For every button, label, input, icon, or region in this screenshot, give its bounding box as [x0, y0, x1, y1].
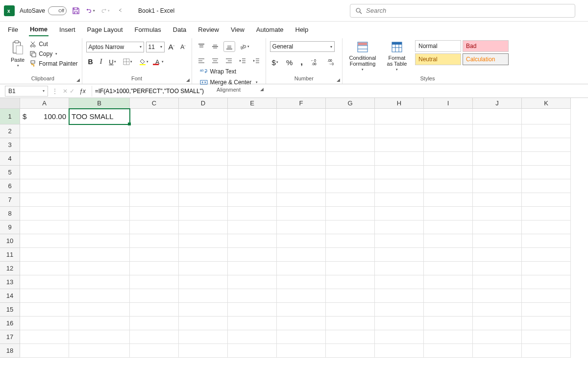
cell-G12[interactable]	[326, 262, 375, 275]
cell-H15[interactable]	[375, 303, 424, 317]
cell-E14[interactable]	[228, 289, 277, 303]
fill-color-button[interactable]: ▾	[137, 57, 150, 67]
cell-C16[interactable]	[130, 317, 179, 330]
cell-J4[interactable]	[473, 152, 522, 166]
clipboard-launcher-icon[interactable]: ◢	[76, 76, 80, 83]
cell-K14[interactable]	[522, 289, 571, 303]
paste-button[interactable]: Paste ▾	[8, 39, 27, 69]
cell-I12[interactable]	[424, 262, 473, 275]
cell-H9[interactable]	[375, 220, 424, 234]
row-header-2[interactable]: 2	[0, 124, 20, 138]
cell-E16[interactable]	[228, 317, 277, 330]
cell-G3[interactable]	[326, 138, 375, 152]
cell-I5[interactable]	[424, 166, 473, 179]
cell-H17[interactable]	[375, 330, 424, 344]
cell-G2[interactable]	[326, 124, 375, 138]
tab-review[interactable]: Review	[197, 24, 220, 36]
cell-K11[interactable]	[522, 248, 571, 262]
cell-J3[interactable]	[473, 138, 522, 152]
font-launcher-icon[interactable]: ◢	[186, 76, 190, 83]
cell-F3[interactable]	[277, 138, 326, 152]
cell-F2[interactable]	[277, 124, 326, 138]
style-normal[interactable]: Normal	[415, 40, 461, 52]
wrap-text-button[interactable]: ab Wrap Text	[200, 68, 262, 75]
align-top-icon[interactable]	[196, 42, 207, 51]
cell-E17[interactable]	[228, 330, 277, 344]
cell-G14[interactable]	[326, 289, 375, 303]
cell-I4[interactable]	[424, 152, 473, 166]
cell-A14[interactable]	[20, 289, 69, 303]
col-header-K[interactable]: K	[522, 98, 571, 109]
tab-automate[interactable]: Automate	[255, 24, 285, 36]
autosave-toggle[interactable]: Off	[48, 6, 67, 15]
cell-D11[interactable]	[179, 248, 228, 262]
cell-H1[interactable]	[375, 109, 424, 124]
fx-icon[interactable]: ƒx	[76, 88, 89, 95]
cell-B12[interactable]	[69, 262, 130, 275]
cell-A5[interactable]	[20, 166, 69, 179]
cell-A13[interactable]	[20, 275, 69, 289]
cell-A6[interactable]	[20, 179, 69, 193]
cell-B8[interactable]	[69, 207, 130, 220]
cell-J12[interactable]	[473, 262, 522, 275]
cell-B4[interactable]	[69, 152, 130, 166]
cell-C13[interactable]	[130, 275, 179, 289]
style-calculation[interactable]: Calculation	[463, 53, 509, 65]
cell-I17[interactable]	[424, 330, 473, 344]
cell-I18[interactable]	[424, 344, 473, 358]
cell-G13[interactable]	[326, 275, 375, 289]
cell-I6[interactable]	[424, 179, 473, 193]
cell-B6[interactable]	[69, 179, 130, 193]
cell-D8[interactable]	[179, 207, 228, 220]
row-header-7[interactable]: 7	[0, 193, 20, 207]
align-bottom-icon[interactable]	[223, 41, 235, 52]
cell-I13[interactable]	[424, 275, 473, 289]
cell-C5[interactable]	[130, 166, 179, 179]
cell-C2[interactable]	[130, 124, 179, 138]
search-box[interactable]	[350, 4, 575, 18]
row-header-13[interactable]: 13	[0, 275, 20, 289]
cell-B1[interactable]: TOO SMALL	[69, 109, 130, 124]
cell-K3[interactable]	[522, 138, 571, 152]
cell-G4[interactable]	[326, 152, 375, 166]
col-header-A[interactable]: A	[20, 98, 69, 109]
cell-D14[interactable]	[179, 289, 228, 303]
cell-E3[interactable]	[228, 138, 277, 152]
cell-E4[interactable]	[228, 152, 277, 166]
cell-B14[interactable]	[69, 289, 130, 303]
cell-B17[interactable]	[69, 330, 130, 344]
underline-button[interactable]: U▾	[107, 57, 118, 67]
row-header-1[interactable]: 1	[0, 109, 20, 124]
cell-E10[interactable]	[228, 234, 277, 248]
tab-help[interactable]: Help	[294, 24, 310, 36]
cell-C7[interactable]	[130, 193, 179, 207]
cell-C3[interactable]	[130, 138, 179, 152]
cell-F9[interactable]	[277, 220, 326, 234]
cell-F13[interactable]	[277, 275, 326, 289]
cell-D16[interactable]	[179, 317, 228, 330]
cell-I9[interactable]	[424, 220, 473, 234]
cell-C14[interactable]	[130, 289, 179, 303]
percent-format-icon[interactable]: %	[284, 57, 294, 68]
cell-C6[interactable]	[130, 179, 179, 193]
cell-B10[interactable]	[69, 234, 130, 248]
cell-E12[interactable]	[228, 262, 277, 275]
align-center-icon[interactable]	[210, 56, 220, 66]
cell-A18[interactable]	[20, 344, 69, 358]
cell-A16[interactable]	[20, 317, 69, 330]
col-header-G[interactable]: G	[326, 98, 375, 109]
cell-H16[interactable]	[375, 317, 424, 330]
cell-A1[interactable]: $100.00	[20, 109, 69, 124]
cell-F12[interactable]	[277, 262, 326, 275]
cell-J8[interactable]	[473, 207, 522, 220]
cell-D3[interactable]	[179, 138, 228, 152]
cell-D6[interactable]	[179, 179, 228, 193]
formula-input[interactable]	[92, 86, 588, 97]
style-bad[interactable]: Bad	[463, 40, 509, 52]
cell-H2[interactable]	[375, 124, 424, 138]
cell-G1[interactable]	[326, 109, 375, 124]
cell-A2[interactable]	[20, 124, 69, 138]
comma-format-icon[interactable]: ,	[298, 56, 305, 69]
cell-J11[interactable]	[473, 248, 522, 262]
cell-F6[interactable]	[277, 179, 326, 193]
